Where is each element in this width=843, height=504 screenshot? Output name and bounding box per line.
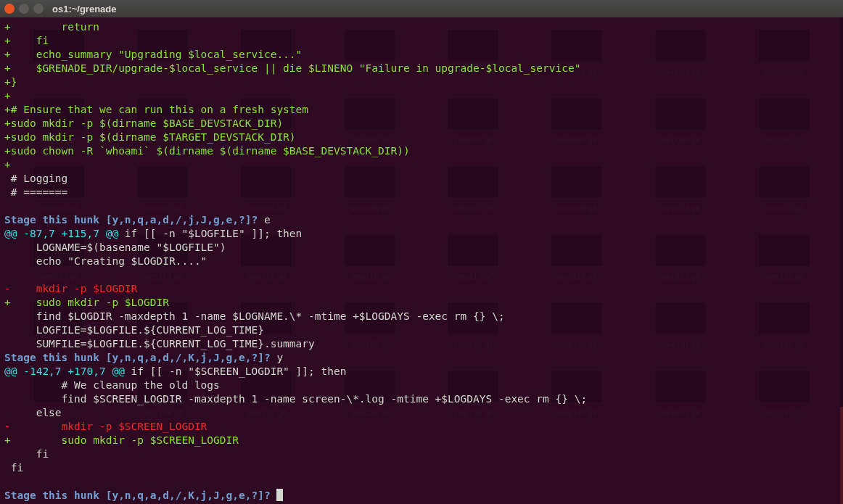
diff-line: LOGNAME=$(basename "$LOGFILE") — [4, 241, 226, 253]
diff-line: # ======= — [4, 186, 67, 198]
diff-line — [4, 200, 11, 212]
terminal-output[interactable]: + return + fi + echo_summary "Upgrading … — [0, 17, 843, 504]
diff-line: # We cleanup the old logs — [4, 379, 220, 391]
diff-line: + sudo mkdir -p $LOGDIR — [4, 297, 169, 308]
window-titlebar[interactable]: os1:~/grenade — [0, 0, 843, 17]
diff-line: fi — [4, 448, 49, 460]
diff-line: +sudo mkdir -p $(dirname $BASE_DEVSTACK_… — [4, 117, 283, 129]
diff-line: find $SCREEN_LOGDIR -maxdepth 1 -name sc… — [4, 393, 587, 405]
diff-line: + return — [4, 21, 99, 33]
diff-line: @@ -87,7 +115,7 @@ — [4, 228, 118, 239]
interactive-prompt[interactable]: Stage this hunk [y,n,q,a,d,/,K,j,J,g,e,?… — [4, 489, 276, 501]
diff-line — [4, 269, 11, 281]
diff-line: + $GRENADE_DIR/upgrade-$local_service ||… — [4, 62, 580, 74]
diff-line: SUMFILE=$LOGFILE.${CURRENT_LOG_TIME}.sum… — [4, 338, 315, 350]
interactive-prompt[interactable]: Stage this hunk [y,n,q,a,d,/,j,J,g,e,?]? — [4, 214, 264, 226]
diff-line: - mkdir -p $LOGDIR — [4, 283, 137, 294]
diff-line: + — [4, 159, 11, 170]
diff-line: echo "Creating $LOGDIR...." — [4, 255, 207, 267]
maximize-icon[interactable] — [33, 4, 44, 14]
diff-line: y — [276, 352, 283, 363]
window-title: os1:~/grenade — [52, 2, 117, 16]
diff-line: +} — [4, 76, 17, 88]
diff-line — [4, 476, 11, 487]
interactive-prompt[interactable]: Stage this hunk [y,n,q,a,d,/,K,j,J,g,e,?… — [4, 352, 276, 363]
diff-line: find $LOGDIR -maxdepth 1 -name $LOGNAME.… — [4, 310, 505, 322]
diff-line: @@ -142,7 +170,7 @@ — [4, 365, 125, 377]
diff-line: else — [4, 407, 62, 418]
diff-line: if [[ -n "$LOGFILE" ]]; then — [118, 228, 302, 239]
diff-line: LOGFILE=$LOGFILE.${CURRENT_LOG_TIME} — [4, 324, 264, 336]
diff-line: - mkdir -p $SCREEN_LOGDIR — [4, 421, 207, 432]
diff-line: + — [4, 90, 11, 102]
diff-line: + echo_summary "Upgrading $local_service… — [4, 49, 302, 60]
diff-line: + sudo mkdir -p $SCREEN_LOGDIR — [4, 434, 239, 446]
close-icon[interactable] — [4, 4, 15, 14]
diff-line: if [[ -n "$SCREEN_LOGDIR" ]]; then — [125, 365, 347, 377]
diff-line: e — [264, 214, 271, 226]
diff-line: fi — [4, 462, 23, 474]
diff-line: +sudo mkdir -p $(dirname $TARGET_DEVSTAC… — [4, 131, 296, 143]
diff-line: +# Ensure that we can run this on a fres… — [4, 104, 308, 115]
minimize-icon[interactable] — [19, 4, 29, 14]
cursor — [276, 489, 283, 501]
diff-line: + fi — [4, 35, 49, 46]
diff-line: +sudo chown -R `whoami` $(dirname $(dirn… — [4, 145, 410, 157]
diff-line: # Logging — [4, 173, 67, 184]
